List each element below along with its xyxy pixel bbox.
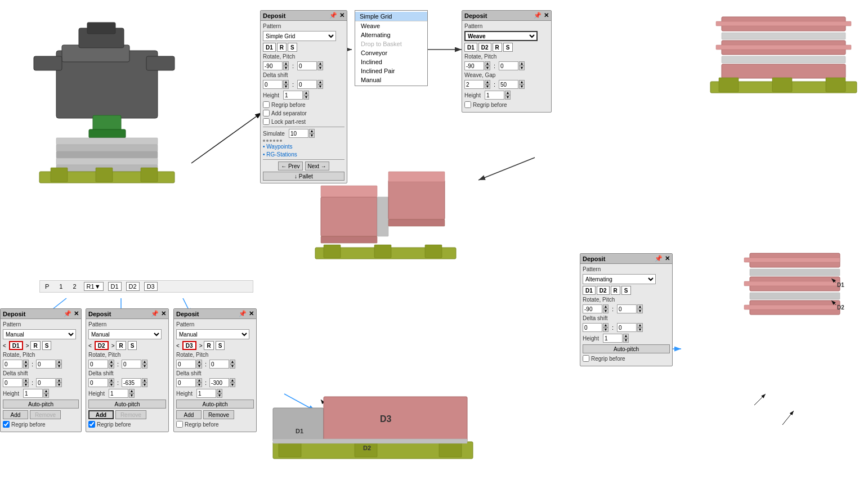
pin-icon-d1[interactable]: 📌: [64, 310, 71, 317]
regrip-checkbox[interactable]: [263, 101, 270, 108]
delta2-down[interactable]: ▼: [317, 84, 323, 89]
height-row[interactable]: Height ▲▼: [263, 91, 344, 100]
weave-tag-s[interactable]: S: [503, 43, 513, 52]
pattern-select-row[interactable]: Simple Grid: [263, 31, 344, 41]
d1-next-nav[interactable]: >: [26, 343, 29, 349]
alt-rotate-input[interactable]: [583, 304, 602, 313]
alt-delta2-input[interactable]: [617, 323, 637, 332]
d1-tag-selected[interactable]: D1: [9, 341, 23, 350]
prev-button[interactable]: ← Prev: [278, 161, 302, 171]
d2-tag-selected[interactable]: D2: [95, 341, 109, 350]
pitch-up[interactable]: ▲: [317, 61, 323, 66]
d3-delta1[interactable]: [176, 378, 196, 387]
d1-remove-btn[interactable]: Remove: [30, 410, 61, 419]
weave-tag-d1[interactable]: D1: [464, 43, 477, 52]
d2-tag-s[interactable]: S: [128, 341, 137, 350]
alt-autopitch-btn[interactable]: Auto-pitch: [583, 344, 670, 353]
d2-next-nav[interactable]: >: [111, 343, 115, 349]
separator-checkbox[interactable]: [263, 110, 270, 116]
d2-pitch-input[interactable]: [122, 360, 141, 369]
d1-delta2[interactable]: [36, 378, 56, 387]
simulate-row[interactable]: Simulate ▲▼: [263, 129, 344, 138]
close-icon-weave[interactable]: ✕: [544, 12, 549, 19]
pitch-input[interactable]: [297, 61, 317, 70]
weave-rotate-input[interactable]: [464, 61, 484, 70]
lockpart-checkbox[interactable]: [263, 118, 270, 125]
simulate-down[interactable]: ▼: [309, 133, 315, 138]
alt-pitch-input[interactable]: [617, 304, 637, 313]
pin-icon[interactable]: 📌: [329, 12, 337, 19]
d3-prev-nav[interactable]: <: [176, 343, 180, 349]
d3-next-nav[interactable]: >: [199, 343, 203, 349]
delta1-down[interactable]: ▼: [283, 84, 289, 89]
rg-stations-link[interactable]: RG-Stations: [263, 151, 297, 158]
d1-add-btn[interactable]: Add: [3, 410, 28, 419]
d2-remove-btn[interactable]: Remove: [115, 410, 146, 419]
d1-delta1[interactable]: [3, 378, 23, 387]
simulate-input[interactable]: [289, 129, 308, 138]
tab-d1[interactable]: D1: [108, 282, 122, 291]
d1-rotate-input[interactable]: [3, 360, 23, 369]
tab-d3[interactable]: D3: [144, 282, 158, 291]
alt-tag-d1[interactable]: D1: [583, 286, 596, 295]
d3-tag-r[interactable]: R: [204, 341, 213, 350]
close-icon-d1[interactable]: ✕: [74, 310, 79, 317]
weave-tag-r[interactable]: R: [493, 43, 502, 52]
tag-d1[interactable]: D1: [263, 43, 276, 52]
simulate-up[interactable]: ▲: [309, 129, 315, 133]
dropdown-item-alternating[interactable]: Alternating: [355, 30, 427, 39]
d1-prev-nav[interactable]: <: [3, 343, 6, 349]
tab-2[interactable]: 2: [70, 282, 79, 291]
alt-regrip-checkbox[interactable]: [583, 355, 589, 362]
alt-delta1-input[interactable]: [583, 323, 602, 332]
delta2-input[interactable]: [297, 80, 317, 89]
rotate-down[interactable]: ▼: [283, 66, 289, 70]
d2-height-input[interactable]: [109, 389, 128, 398]
d1-tag-r[interactable]: R: [30, 341, 40, 350]
d2-delta1[interactable]: [88, 378, 108, 387]
weave-regrip-checkbox[interactable]: [464, 101, 471, 108]
d3-pitch-input[interactable]: [209, 360, 229, 369]
d1-regrip-checkbox[interactable]: [3, 421, 10, 428]
height-up[interactable]: ▲: [303, 91, 309, 95]
d3-pattern-select[interactable]: Manual: [176, 329, 249, 339]
pin-icon-d3[interactable]: 📌: [239, 310, 247, 317]
d2-add-btn[interactable]: Add: [88, 410, 114, 419]
waypoints-link[interactable]: Waypoints: [263, 143, 293, 150]
weave-height-input[interactable]: [485, 91, 504, 100]
delta2-up[interactable]: ▲: [317, 80, 323, 84]
height-down[interactable]: ▼: [303, 95, 309, 100]
tag-s[interactable]: S: [288, 43, 297, 52]
d3-remove-btn[interactable]: Remove: [203, 410, 234, 419]
pin-icon-alt[interactable]: 📌: [655, 255, 663, 262]
separator-row[interactable]: Add separator: [263, 110, 344, 116]
weave-val-input[interactable]: [464, 80, 484, 89]
gap-val-input[interactable]: [499, 80, 518, 89]
d2-pattern-select[interactable]: Manual: [88, 329, 162, 339]
weave-tag-d2[interactable]: D2: [478, 43, 491, 52]
delta1-up[interactable]: ▲: [283, 80, 289, 84]
dropdown-item-drop-to-basket[interactable]: Drop to Basket: [355, 39, 427, 48]
d1-pattern-select[interactable]: Manual: [3, 329, 76, 339]
d3-add-btn[interactable]: Add: [176, 410, 202, 419]
d1-height-input[interactable]: [23, 389, 43, 398]
rotate-up[interactable]: ▲: [283, 61, 289, 66]
alt-tag-r[interactable]: R: [611, 286, 620, 295]
rotate-input[interactable]: [263, 61, 283, 70]
tab-1[interactable]: 1: [56, 282, 65, 291]
dropdown-item-inclined[interactable]: Inclined: [355, 57, 427, 66]
pallet-button[interactable]: ↓ Pallet: [263, 172, 344, 181]
weave-pattern-select[interactable]: Weave: [464, 31, 538, 41]
dropdown-item-manual[interactable]: Manual: [355, 75, 427, 84]
d2-autopitch-btn[interactable]: Auto-pitch: [88, 400, 166, 409]
pin-icon-d2[interactable]: 📌: [151, 310, 159, 317]
next-button[interactable]: Next →: [305, 161, 329, 171]
delta-values[interactable]: ▲▼ : ▲▼: [263, 80, 344, 89]
d2-rotate-input[interactable]: [88, 360, 108, 369]
rotate-pitch-values[interactable]: ▲▼ : ▲▼: [263, 61, 344, 70]
dropdown-item-conveyor[interactable]: Conveyor: [355, 48, 427, 57]
tab-p[interactable]: P: [42, 282, 52, 291]
tab-d2[interactable]: D2: [126, 282, 140, 291]
weave-pitch-input[interactable]: [499, 61, 518, 70]
height-input[interactable]: [283, 91, 303, 100]
